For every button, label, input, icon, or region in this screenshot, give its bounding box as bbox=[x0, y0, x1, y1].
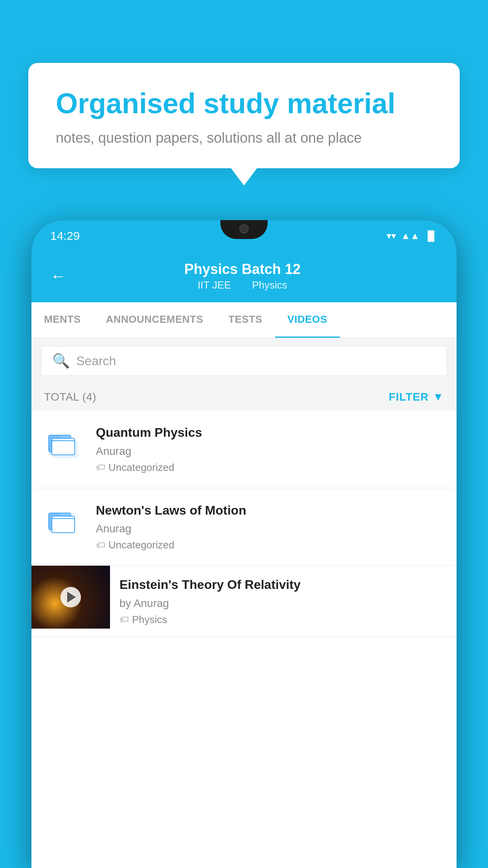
search-container: 🔍 Search bbox=[31, 338, 457, 384]
tab-ments[interactable]: MENTS bbox=[31, 302, 94, 338]
search-placeholder: Search bbox=[76, 354, 116, 368]
tag-label: Uncategorized bbox=[108, 462, 174, 474]
header-title: Physics Batch 12 bbox=[79, 261, 406, 278]
thumb-gradient bbox=[31, 566, 110, 629]
filter-row: TOTAL (4) FILTER ▼ bbox=[31, 384, 457, 410]
status-bar: 14:29 ▾▾ ▲▲ ▐▌ bbox=[31, 220, 457, 252]
folder-icon bbox=[44, 425, 83, 460]
video-tag: 🏷 Uncategorized bbox=[96, 462, 444, 474]
video-title: Newton's Laws of Motion bbox=[96, 502, 444, 519]
folder-icon bbox=[44, 502, 83, 538]
list-item[interactable]: Quantum Physics Anurag 🏷 Uncategorized bbox=[31, 410, 457, 488]
camera bbox=[239, 224, 249, 234]
search-icon: 🔍 bbox=[52, 353, 70, 369]
play-button[interactable] bbox=[61, 587, 81, 607]
tab-tests[interactable]: TESTS bbox=[216, 302, 275, 338]
app-header: ← Physics Batch 12 IIT JEE Physics bbox=[31, 252, 457, 302]
tag-icon: 🏷 bbox=[96, 540, 105, 551]
header-tag-iitjee: IIT JEE bbox=[198, 279, 231, 291]
battery-icon: ▐▌ bbox=[424, 230, 438, 241]
tabs-bar: MENTS ANNOUNCEMENTS TESTS VIDEOS bbox=[31, 302, 457, 338]
video-author: Anurag bbox=[96, 445, 444, 458]
speech-bubble: Organised study material notes, question… bbox=[28, 63, 460, 168]
header-tag-physics: Physics bbox=[252, 279, 287, 291]
video-tag: 🏷 Physics bbox=[119, 614, 447, 626]
back-button[interactable]: ← bbox=[50, 267, 66, 285]
video-author: by Anurag bbox=[119, 597, 447, 610]
phone-frame: 14:29 ▾▾ ▲▲ ▐▌ ← Physics Batch 12 IIT JE… bbox=[31, 220, 457, 868]
search-box[interactable]: 🔍 Search bbox=[41, 346, 447, 376]
video-info: Einstein's Theory Of Relativity by Anura… bbox=[110, 566, 457, 637]
status-time: 14:29 bbox=[50, 229, 80, 243]
list-item[interactable]: Einstein's Theory Of Relativity by Anura… bbox=[31, 566, 457, 637]
header-info: Physics Batch 12 IIT JEE Physics bbox=[79, 261, 406, 291]
notch bbox=[220, 220, 268, 239]
bubble-subtitle: notes, question papers, solutions all at… bbox=[56, 130, 432, 146]
video-info: Quantum Physics Anurag 🏷 Uncategorized bbox=[96, 425, 444, 474]
tag-label: Uncategorized bbox=[108, 539, 174, 551]
bubble-title: Organised study material bbox=[56, 86, 432, 120]
svg-rect-2 bbox=[52, 441, 75, 455]
filter-button[interactable]: FILTER ▼ bbox=[389, 391, 444, 403]
tab-videos[interactable]: VIDEOS bbox=[275, 302, 340, 338]
total-count: TOTAL (4) bbox=[44, 391, 96, 403]
filter-label: FILTER bbox=[389, 391, 429, 403]
tag-icon: 🏷 bbox=[119, 614, 129, 625]
status-icons: ▾▾ ▲▲ ▐▌ bbox=[387, 230, 438, 241]
wifi-icon: ▾▾ bbox=[387, 230, 396, 241]
video-tag: 🏷 Uncategorized bbox=[96, 539, 444, 551]
video-title: Quantum Physics bbox=[96, 425, 444, 441]
video-author: Anurag bbox=[96, 522, 444, 535]
app-content: ← Physics Batch 12 IIT JEE Physics MENTS… bbox=[31, 252, 457, 868]
tag-icon: 🏷 bbox=[96, 462, 105, 473]
play-icon bbox=[67, 592, 76, 603]
tab-announcements[interactable]: ANNOUNCEMENTS bbox=[94, 302, 216, 338]
header-tag-separator bbox=[240, 279, 246, 291]
video-title: Einstein's Theory Of Relativity bbox=[119, 577, 447, 593]
header-tags: IIT JEE Physics bbox=[79, 279, 406, 291]
signal-icon: ▲▲ bbox=[401, 230, 420, 241]
video-thumbnail bbox=[31, 566, 110, 629]
video-list: Quantum Physics Anurag 🏷 Uncategorized bbox=[31, 410, 457, 637]
svg-rect-5 bbox=[52, 519, 75, 533]
list-item[interactable]: Newton's Laws of Motion Anurag 🏷 Uncateg… bbox=[31, 488, 457, 566]
tag-label: Physics bbox=[132, 614, 167, 626]
filter-icon: ▼ bbox=[433, 391, 444, 403]
video-info: Newton's Laws of Motion Anurag 🏷 Uncateg… bbox=[96, 502, 444, 552]
